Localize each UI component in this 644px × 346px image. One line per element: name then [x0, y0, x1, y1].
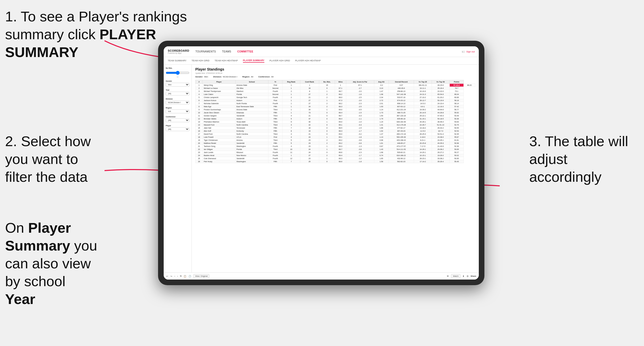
table-row: 16Alex GoffKentuckyFifth819068.3-1.71.92… [196, 130, 475, 133]
sidebar-gender-select[interactable]: Men [166, 83, 189, 87]
settings-icon[interactable]: ⚙ [467, 275, 469, 278]
table-row: 24Bastien AmatNew MexicoFourth127269.4-1… [196, 154, 475, 157]
sidebar-year: Year (All) [166, 89, 189, 95]
col-wins: Wins [335, 80, 346, 84]
col-avg-sg: Avg SG [374, 80, 389, 84]
table-row: 26Petr HrubyWashingtonFifth725068.6-1.81… [196, 160, 475, 163]
table-row: 2Michael La SassoOle MissSecond118067.1-… [196, 87, 475, 90]
subnav-team-h2h-heatmap[interactable]: TEAM H2H HEATMAP [215, 59, 238, 62]
sidebar-year-label: Year [166, 89, 189, 91]
redo-icon[interactable]: ↪ [170, 275, 172, 278]
watch-icon[interactable]: 👁 [447, 275, 449, 278]
col-vs50: Vs Top 50 [432, 80, 449, 84]
filter-region-value: All [251, 76, 253, 78]
col-no-rds: No. Rds. [319, 80, 335, 84]
sidebar-player-select[interactable]: (All) [166, 127, 189, 131]
watch-button[interactable]: Watch [451, 274, 460, 278]
player-standings-table: # Player School Yr Reg Rank Conf Rank No… [195, 80, 475, 163]
download-icon[interactable]: ⬇ [462, 275, 465, 278]
annotation-bottom-summary: Summary [5, 238, 70, 254]
annotation-bottom-left: On Player Summary you can also view by s… [5, 219, 99, 308]
annotation-line2-pre: summary click [5, 26, 99, 42]
tablet-device: SCOREBOARD Powered by dippl TOURNAMENTS … [158, 41, 484, 285]
sidebar-conference-label: Conference [166, 116, 189, 118]
col-conf-rank: Conf Rank [300, 80, 319, 84]
view-button[interactable]: View: Original [193, 274, 209, 278]
subnav-player-summary[interactable]: PLAYER SUMMARY [243, 59, 264, 63]
sidebar-division-label: Division [166, 98, 189, 100]
sign-out-link[interactable]: Sign out [466, 50, 475, 53]
annotation-bottom-on: On [5, 220, 28, 236]
filter-division: Division: NCAA Division I [213, 76, 237, 78]
no-rds-value: — [166, 76, 189, 78]
col-yr: Yr [268, 80, 282, 84]
table-row: 11Gordon SargentVanderbiltThird421068.7-… [196, 114, 475, 117]
clock-icon[interactable]: 🕐 [188, 275, 191, 278]
nav-committee[interactable]: COMMITTEE [237, 50, 253, 53]
table-row: 17David FordNorth CarolinaThird421069.0-… [196, 133, 475, 136]
logo-subtitle: Powered by dippl [168, 52, 189, 54]
sidebar-no-rds: No Rds. — [166, 67, 189, 78]
table-title: Player Standings [195, 67, 475, 71]
filter-division-label: Division: [213, 76, 222, 78]
table-area: Player Standings Update time: 27/03/2024… [192, 65, 479, 272]
filter-row: Gender: Men Division: NCAA Division I Re… [195, 76, 475, 78]
no-rds-slider[interactable] [166, 71, 189, 75]
table-row: 5Christo LamprechtGeorgia TechFourth2212… [196, 96, 475, 99]
nav-right: 1 | Sign out [462, 50, 475, 53]
sidebar-gender-label: Gender [166, 80, 189, 82]
table-row: 4Luke ClatonFloridaSecond127268.2-1.61.9… [196, 93, 475, 96]
filter-conference-value: All [271, 76, 274, 78]
table-row: 10Jacob Skov OlesenArkansasFifth173068.4… [196, 111, 475, 114]
table-row: 8Mats EgeEast Tennessee StateFifth124268… [196, 105, 475, 108]
subnav-team-summary[interactable]: TEAM SUMMARY [168, 59, 186, 62]
table-row: 15Jake HallTennesseeFifth718068.5-1.51.6… [196, 127, 475, 130]
sidebar-region-label: Region [166, 107, 189, 109]
nav-tournaments[interactable]: TOURNAMENTS [195, 50, 216, 53]
table-row: 9Preston SummerhaysArizona StateThird134… [196, 108, 475, 111]
filter-conference: Conference: All [258, 76, 274, 78]
table-update: Update time: 27/03/2024 16:56:26 [195, 72, 475, 74]
annotation-middle-line2: you want to [5, 151, 78, 167]
annotation-right-line1: 3. The table will [529, 133, 628, 149]
table-row: 21Taehoon SongWashingtonFourth423169.3-1… [196, 145, 475, 148]
sidebar-conference-select[interactable]: (All) [166, 118, 189, 122]
logo-title: SCOREBOARD [168, 49, 189, 52]
back-icon[interactable]: ‹ [174, 275, 175, 278]
share-button[interactable]: Share [471, 275, 476, 277]
table-row: 25Cole SherwoodVanderbiltFourth1223169.3… [196, 157, 475, 160]
subnav-team-h2h-grid[interactable]: TEAM H2H GRID [191, 59, 210, 62]
sidebar-no-rds-label: No Rds. [166, 67, 189, 69]
col-points: Points [449, 80, 464, 84]
annotation-middle-line1: 2. Select how [5, 133, 91, 149]
table-row: 19Tiger ChristensenArizonaThird523269.2-… [196, 139, 475, 142]
col-player: Player [203, 80, 235, 84]
annotation-line1: 1. To see a Player's rankings [5, 8, 187, 24]
col-vs25: Vs Top 25 [414, 80, 432, 84]
table-row: 7Nicholas GabrelcikNorth FloridaFourth12… [196, 102, 475, 105]
table-row: 14Maxwell FordNorth CarolinaThird322069.… [196, 123, 475, 127]
sidebar-region: Region N/A [166, 107, 189, 113]
table-row: 6Jackson KoivunAuburnFirst127167.3-2.02.… [196, 99, 475, 102]
forward-icon[interactable]: › [177, 275, 178, 278]
filter-gender-value: Men [204, 76, 208, 78]
sidebar-region-select[interactable]: N/A [166, 109, 189, 113]
nav-links: TOURNAMENTS TEAMS COMMITTEE [195, 50, 462, 53]
sidebar-year-select[interactable]: (All) [166, 92, 189, 95]
table-row: 20Matthew RiedelVanderbiltFifth523269.2-… [196, 142, 475, 145]
annotation-bottom-byschool: by school [5, 273, 66, 289]
sidebar-division-select[interactable]: NCAA Division I [166, 101, 189, 104]
table-row: 1Wenyi DingArizona StateFirst1115167.1-3… [196, 84, 475, 87]
paste-icon[interactable]: 📋 [184, 275, 186, 278]
filter-gender: Gender: Men [195, 76, 208, 78]
sidebar-player: Player (All) [166, 125, 189, 131]
undo-icon[interactable]: ↩ [166, 275, 168, 278]
subnav-player-h2h-heatmap[interactable]: PLAYER H2H HEATMAP [295, 59, 321, 62]
sidebar: No Rds. — Gender Men Year (All) [164, 65, 192, 272]
copy-icon[interactable]: ⧉ [180, 275, 182, 278]
nav-teams[interactable]: TEAMS [222, 50, 231, 53]
annotation-right-line2: adjust accordingly [529, 151, 601, 185]
annotation-bottom-year: Year [5, 291, 35, 307]
subnav-player-h2h-grid[interactable]: PLAYER H2H GRID [269, 59, 290, 62]
filter-division-value: NCAA Division I [223, 76, 237, 78]
